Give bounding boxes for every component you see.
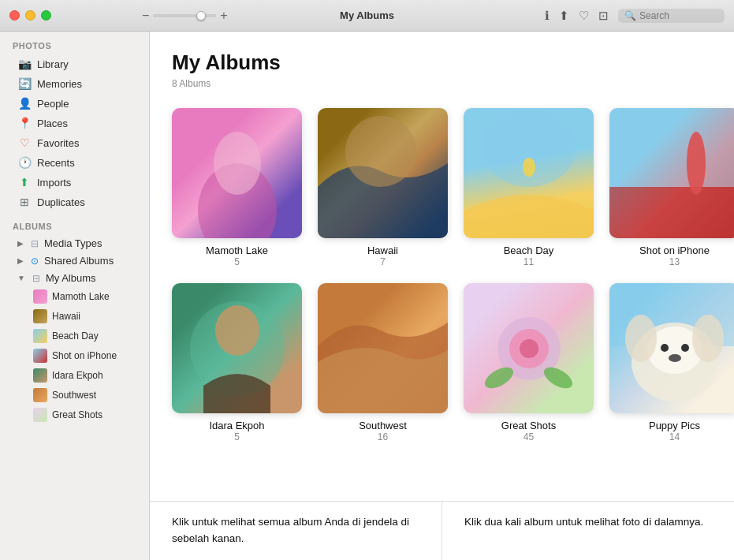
svg-point-7 — [687, 132, 706, 195]
zoom-slider-track[interactable] — [153, 14, 216, 17]
hawaii-thumb — [33, 309, 47, 323]
sidebar-item-memories[interactable]: 🔄 Memories — [5, 74, 144, 93]
sidebar-section-photos: Photos — [0, 32, 149, 54]
album-beach-day[interactable]: Beach Day 11 — [464, 108, 594, 267]
shared-icon: ⊙ — [29, 256, 40, 267]
sidebar-item-recents[interactable]: 🕐 Recents — [5, 153, 144, 172]
album-count-puppy-pics: 14 — [669, 431, 680, 442]
sidebar-group-label-shared: Shared Albums — [44, 255, 114, 267]
search-input[interactable] — [639, 10, 718, 21]
sidebar-sub-label-mamoth: Mamoth Lake — [52, 291, 110, 302]
great-shots-thumb — [33, 408, 47, 422]
memories-icon: 🔄 — [17, 77, 32, 90]
svg-rect-5 — [609, 108, 734, 187]
album-thumb-shot-on-iphone — [609, 108, 734, 238]
sidebar-label-people: People — [37, 98, 69, 110]
sidebar-label-duplicates: Duplicates — [37, 196, 85, 208]
sidebar-sub-hawaii[interactable]: Hawaii — [5, 307, 144, 326]
minimize-button[interactable] — [25, 10, 35, 21]
album-thumb-beach-day — [464, 108, 594, 238]
album-count-hawaii: 7 — [380, 256, 386, 267]
folder-icon: ⊟ — [29, 238, 40, 249]
album-name-great-shots: Great Shots — [501, 420, 556, 431]
page-title: My Albums — [172, 50, 712, 75]
sidebar: Photos 📷 Library 🔄 Memories 👤 People 📍 P… — [0, 32, 150, 560]
library-icon: 📷 — [17, 58, 32, 70]
chevron-right-icon: ▶ — [17, 239, 24, 248]
album-count-shot-on-iphone: 13 — [669, 256, 680, 267]
sidebar-sub-label-shot: Shot on iPhone — [52, 350, 117, 361]
album-southwest[interactable]: Southwest 16 — [318, 283, 448, 442]
album-hawaii[interactable]: Hawaii 7 — [318, 108, 448, 267]
album-thumb-southwest — [318, 283, 448, 413]
content-wrapper: My Albums 8 Albums Mamoth Lake 5 — [150, 32, 734, 560]
share-icon[interactable]: ⬆ — [559, 9, 569, 23]
sidebar-item-imports[interactable]: ⬆ Imports — [5, 173, 144, 192]
sidebar-sub-shot-on-iphone[interactable]: Shot on iPhone — [5, 346, 144, 365]
sidebar-sub-mamoth-lake[interactable]: Mamoth Lake — [5, 287, 144, 306]
sidebar-item-favorites[interactable]: ♡ Favorites — [5, 133, 144, 152]
album-thumb-mamoth-lake — [172, 108, 302, 238]
southwest-thumb — [33, 388, 47, 402]
imports-icon: ⬆ — [17, 176, 32, 189]
svg-point-2 — [345, 116, 416, 187]
zoom-slider-area: − + — [142, 9, 228, 23]
album-name-puppy-pics: Puppy Pics — [649, 420, 700, 431]
people-icon: 👤 — [17, 97, 32, 110]
main-layout: Photos 📷 Library 🔄 Memories 👤 People 📍 P… — [0, 32, 734, 560]
sidebar-section-albums: Albums — [0, 212, 149, 234]
album-mamoth-lake[interactable]: Mamoth Lake 5 — [172, 108, 302, 267]
annotation-left: Klik untuk melihat semua album Anda di j… — [150, 502, 442, 560]
sidebar-item-places[interactable]: 📍 Places — [5, 114, 144, 133]
album-idara-ekpoh[interactable]: Idara Ekpoh 5 — [172, 283, 302, 442]
svg-point-21 — [681, 344, 689, 352]
crop-icon[interactable]: ⊡ — [598, 9, 609, 23]
album-puppy-pics[interactable]: Puppy Pics 14 — [609, 283, 734, 442]
svg-point-20 — [661, 344, 669, 352]
beach-day-thumb — [33, 329, 47, 343]
svg-point-18 — [625, 315, 657, 362]
album-name-southwest: Southwest — [359, 420, 407, 431]
svg-point-19 — [692, 315, 724, 362]
sidebar-label-recents: Recents — [37, 157, 75, 169]
sidebar-sub-great-shots[interactable]: Great Shots — [5, 405, 144, 424]
sidebar-group-shared-albums[interactable]: ▶ ⊙ Shared Albums — [5, 252, 144, 269]
window-title: My Albums — [340, 9, 394, 21]
album-shot-on-iphone[interactable]: Shot on iPhone 13 — [609, 108, 734, 267]
maximize-button[interactable] — [41, 10, 51, 21]
svg-point-9 — [215, 305, 259, 356]
album-count-mamoth-lake: 5 — [234, 256, 240, 267]
sidebar-label-places: Places — [37, 118, 68, 129]
sidebar-label-imports: Imports — [37, 177, 71, 189]
sidebar-item-duplicates[interactable]: ⊞ Duplicates — [5, 192, 144, 211]
search-icon: 🔍 — [624, 10, 636, 21]
album-thumb-idara — [172, 283, 302, 413]
album-great-shots[interactable]: Great Shots 45 — [464, 283, 594, 442]
sidebar-sub-label-beach: Beach Day — [52, 330, 99, 342]
close-button[interactable] — [9, 10, 20, 21]
content-area: My Albums 8 Albums Mamoth Lake 5 — [150, 32, 734, 501]
zoom-out-button[interactable]: − — [142, 9, 149, 23]
sidebar-sub-idara[interactable]: Idara Ekpoh — [5, 366, 144, 385]
sidebar-item-library[interactable]: 📷 Library — [5, 54, 144, 73]
albums-grid: Mamoth Lake 5 Hawaii 7 — [172, 108, 712, 458]
info-icon[interactable]: ℹ — [545, 9, 550, 23]
sidebar-sub-label-southwest: Southwest — [52, 390, 96, 401]
sidebar-group-media-types[interactable]: ▶ ⊟ Media Types — [5, 235, 144, 252]
zoom-in-button[interactable]: + — [220, 9, 227, 23]
search-box[interactable]: 🔍 — [618, 9, 725, 23]
sidebar-group-label-my-albums: My Albums — [46, 272, 96, 284]
zoom-slider-thumb[interactable] — [196, 11, 206, 21]
sidebar-label-memories: Memories — [37, 78, 82, 90]
sidebar-sub-label-idara: Idara Ekpoh — [52, 370, 103, 381]
album-count-great-shots: 45 — [523, 431, 534, 442]
shot-on-iphone-thumb — [33, 349, 47, 363]
sidebar-group-my-albums[interactable]: ▼ ⊟ My Albums — [5, 270, 144, 286]
sidebar-sub-southwest[interactable]: Southwest — [5, 386, 144, 405]
heart-icon[interactable]: ♡ — [579, 9, 589, 23]
sidebar-label-library: Library — [37, 58, 69, 70]
sidebar-label-favorites: Favorites — [37, 137, 79, 149]
sidebar-item-people[interactable]: 👤 People — [5, 94, 144, 113]
sidebar-sub-beach-day[interactable]: Beach Day — [5, 327, 144, 345]
sidebar-sub-label-hawaii: Hawaii — [52, 311, 80, 322]
